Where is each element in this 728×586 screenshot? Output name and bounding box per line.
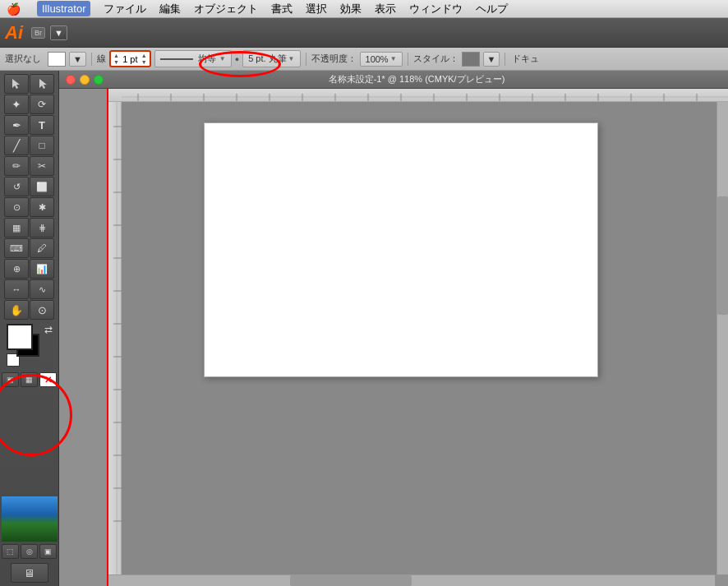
br-badge[interactable]: Br	[31, 27, 45, 39]
menu-effect[interactable]: 効果	[340, 2, 362, 16]
fill-swatch[interactable]	[48, 52, 66, 67]
warp-tool[interactable]: ∿	[30, 279, 54, 299]
scissors-tool[interactable]: ✂	[30, 156, 54, 176]
slice-tool[interactable]: ↔	[4, 279, 29, 299]
menu-format[interactable]: 書式	[271, 2, 293, 16]
dash-label: 均等	[198, 53, 216, 65]
tool-row-5: ✏ ✂	[2, 156, 57, 176]
color-mode-btn[interactable]: ▣	[2, 372, 19, 387]
v-scrollbar-thumb[interactable]	[717, 196, 728, 315]
symbol-panel-btn[interactable]: ◎	[21, 544, 38, 559]
document-title: 名称未設定-1* @ 118% (CMYK/プレビュー)	[112, 73, 721, 85]
separator-2	[306, 53, 306, 66]
stroke-down-right-icon[interactable]: ▼	[141, 59, 147, 65]
style-label: スタイル：	[413, 53, 458, 65]
swap-colors-icon[interactable]: ⇄	[44, 324, 53, 335]
left-toolbar: ✦ ⟳ ✒ T ╱ □ ✏ ✂ ↺ ⬜ ⊙ ✱ ▦ ⋕ ⌨ 🖊	[0, 71, 59, 586]
dropdown-arrow-icon: ▼	[54, 28, 63, 38]
minimize-button[interactable]	[80, 75, 90, 85]
close-button[interactable]	[66, 75, 76, 85]
rectangle-tool[interactable]: □	[30, 136, 54, 155]
toolbar-dropdown[interactable]: ▼	[50, 25, 67, 40]
magic-wand-tool[interactable]: ✦	[4, 95, 29, 114]
lasso-tool[interactable]: ⟳	[30, 95, 54, 114]
opacity-value: 100%	[366, 54, 389, 64]
line-tool[interactable]: ╱	[4, 136, 29, 155]
dash-pattern[interactable]: 均等 ▼	[154, 50, 232, 67]
view-mode-btn[interactable]: 🖥	[11, 563, 48, 583]
menu-window[interactable]: ウィンドウ	[409, 2, 463, 16]
graphic-style-btn[interactable]: ▣	[39, 544, 57, 559]
options-bar: 選択なし ▼ 線 ▲ ▼ 1 pt ▲ ▼ 均等 ▼ ● 5 pt. 丸筆 ▼ …	[0, 48, 728, 71]
vertical-ruler	[108, 102, 122, 586]
stroke-spinner-right[interactable]: ▲ ▼	[141, 53, 147, 65]
hand-tool[interactable]: ✋	[4, 300, 29, 320]
red-guide-line	[107, 89, 108, 586]
menu-illustrator[interactable]: Illustrator	[37, 1, 90, 16]
none-mode-btn[interactable]: ✕	[39, 372, 57, 387]
menu-help[interactable]: ヘルプ	[476, 2, 508, 16]
stroke-up-icon[interactable]: ▲	[113, 53, 119, 58]
style-swatch[interactable]	[462, 52, 480, 67]
landscape-preview	[2, 496, 58, 542]
artboard[interactable]	[204, 122, 598, 377]
pencil-tool[interactable]: ✏	[4, 156, 29, 176]
blend-tool[interactable]: ⊙	[4, 197, 29, 217]
bullet-icon: ●	[235, 55, 239, 63]
pen-tool[interactable]: ✒	[4, 115, 29, 135]
brush-label: 5 pt. 丸筆	[248, 53, 286, 65]
main-content: ✦ ⟳ ✒ T ╱ □ ✏ ✂ ↺ ⬜ ⊙ ✱ ▦ ⋕ ⌨ 🖊	[0, 71, 728, 586]
opacity-input[interactable]: 100% ▼	[360, 52, 403, 67]
doc-tab-bar: 名称未設定-1* @ 118% (CMYK/プレビュー)	[59, 71, 728, 89]
menu-select[interactable]: 選択	[306, 2, 327, 16]
eyedropper-tool[interactable]: 🖊	[30, 238, 54, 258]
tool-row-12: ✋ ⊙	[2, 300, 57, 320]
menu-bar: 🍎 Illustrator ファイル 編集 オブジェクト 書式 選択 効果 表示…	[0, 0, 728, 18]
canvas-area[interactable]	[59, 89, 728, 586]
stroke-input-container[interactable]: ▲ ▼ 1 pt ▲ ▼	[109, 50, 151, 67]
panel-icons-bottom: ⬚ ◎ ▣	[2, 544, 57, 559]
stroke-down-icon[interactable]: ▼	[113, 59, 119, 65]
gradient-tool[interactable]: ⌨	[4, 238, 29, 258]
separator-1	[91, 53, 92, 66]
vertical-scrollbar[interactable]	[716, 102, 728, 574]
artboard-tool[interactable]: ⊕	[4, 259, 29, 279]
tool-row-8: ▦ ⋕	[2, 218, 57, 238]
maximize-button[interactable]	[94, 75, 104, 85]
symbol-tool[interactable]: ✱	[30, 197, 54, 217]
tool-row-10: ⊕ 📊	[2, 259, 57, 279]
fill-dropdown[interactable]: ▼	[69, 52, 86, 67]
style-dropdown-arrow: ▼	[487, 54, 496, 64]
zoom-tool[interactable]: ⊙	[30, 300, 54, 320]
horizontal-ruler	[108, 89, 728, 102]
menu-edit[interactable]: 編集	[159, 2, 181, 16]
stroke-up-right-icon[interactable]: ▲	[141, 53, 147, 58]
apple-menu[interactable]: 🍎	[7, 2, 21, 16]
dash-dropdown-arrow[interactable]: ▼	[219, 55, 226, 62]
menu-view[interactable]: 表示	[375, 2, 396, 16]
fill-color-swatch[interactable]	[7, 324, 33, 350]
menu-object[interactable]: オブジェクト	[194, 2, 258, 16]
layer-panel-btn[interactable]: ⬚	[2, 544, 19, 559]
ai-logo: Ai	[5, 24, 23, 42]
eraser-tool[interactable]: ⬜	[30, 177, 54, 196]
tool-row-9: ⌨ 🖊	[2, 238, 57, 258]
brush-dropdown-arrow[interactable]: ▼	[288, 55, 295, 62]
h-scrollbar-thumb[interactable]	[290, 575, 412, 586]
type-tool[interactable]: T	[30, 115, 54, 135]
mesh-tool[interactable]: ⋕	[30, 218, 54, 238]
opacity-dropdown-arrow[interactable]: ▼	[390, 55, 397, 62]
direct-selection-tool[interactable]	[30, 74, 54, 94]
style-dropdown[interactable]: ▼	[483, 52, 500, 67]
horizontal-scrollbar[interactable]	[108, 574, 715, 586]
stroke-spinner[interactable]: ▲ ▼	[113, 53, 119, 65]
rotate-tool[interactable]: ↺	[4, 177, 29, 196]
graph-tool[interactable]: 📊	[30, 259, 54, 279]
column-graph-tool[interactable]: ▦	[4, 218, 29, 238]
stroke-label: 線	[97, 53, 106, 65]
gradient-mode-btn[interactable]: ▦	[21, 372, 38, 387]
selection-tool[interactable]	[4, 74, 29, 94]
canvas-background[interactable]	[122, 102, 716, 574]
menu-file[interactable]: ファイル	[104, 2, 146, 16]
brush-selector[interactable]: 5 pt. 丸筆 ▼	[242, 50, 300, 67]
